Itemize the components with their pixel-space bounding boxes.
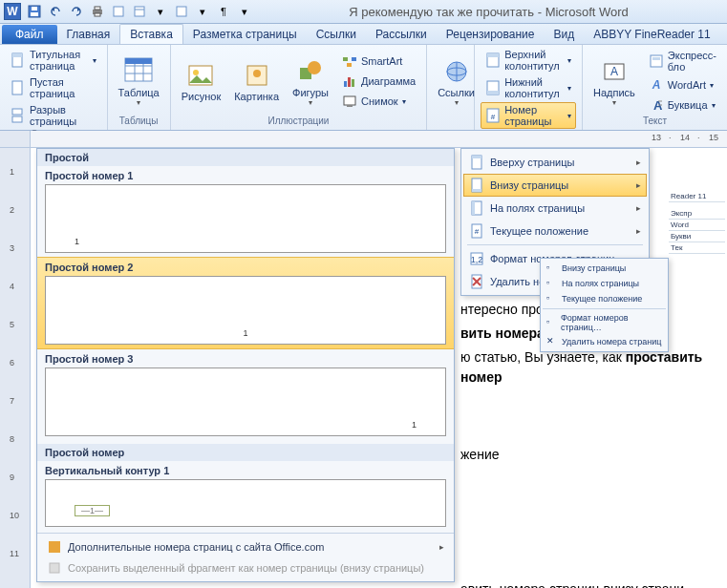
page-icon — [11, 52, 26, 68]
menu-current-position[interactable]: #Текущее положение▸ — [463, 220, 647, 242]
smartart-icon — [342, 53, 357, 69]
tab-insert[interactable]: Вставка — [119, 24, 183, 44]
menu-top-of-page[interactable]: Вверху страницы▸ — [463, 151, 647, 174]
tab-review[interactable]: Рецензирование — [437, 25, 545, 44]
svg-rect-30 — [344, 81, 347, 87]
title-bar: W ▾ ▾ ¶ ▾ Я рекомендую так же прочитать … — [0, 0, 727, 24]
menu-page-margins[interactable]: На полях страницы▸ — [463, 197, 647, 220]
quickparts-icon — [649, 53, 664, 69]
svg-rect-46 — [651, 55, 662, 67]
save-selection-icon — [47, 560, 62, 576]
tab-mailings[interactable]: Рассылки — [366, 25, 437, 44]
clipart-button[interactable]: Картинка — [229, 57, 284, 105]
svg-rect-32 — [352, 79, 354, 87]
title-page-button[interactable]: Титульная страница ▾ — [6, 47, 101, 74]
submenu-item[interactable]: ▫Внизу страницы — [543, 261, 666, 276]
svg-text:1,2: 1,2 — [471, 255, 483, 264]
group-text: AНадпись▾ Экспресс-бло AWordArt ▾ AБукви… — [583, 45, 727, 130]
svg-rect-2 — [32, 7, 37, 10]
picture-button[interactable]: Рисунок — [177, 57, 226, 105]
svg-point-26 — [308, 61, 321, 74]
smartart-button[interactable]: SmartArt — [337, 52, 420, 71]
table-icon — [123, 56, 154, 87]
format-icon: 1,2 — [469, 251, 484, 266]
menu-bottom-of-page[interactable]: Внизу страницы▸ — [463, 174, 647, 197]
group-label: Иллюстрации — [177, 116, 420, 128]
qat-icon[interactable] — [109, 3, 128, 20]
clipart-icon — [242, 60, 272, 91]
gallery-footer: Дополнительные номера страниц с сайта Of… — [37, 533, 454, 581]
page-margin-icon: ▫ — [546, 278, 558, 289]
svg-rect-55 — [472, 156, 481, 158]
save-selection-button: Сохранить выделенный фрагмент как номер … — [43, 558, 448, 578]
qat-icon[interactable] — [172, 3, 191, 20]
link-icon — [441, 56, 472, 87]
svg-rect-7 — [135, 7, 144, 16]
gallery-item[interactable]: Простой номер 3 1 — [37, 349, 454, 440]
print-icon[interactable] — [88, 3, 107, 20]
submenu-item[interactable]: ▫Текущее положение — [543, 291, 666, 306]
blank-page-button[interactable]: Пустая страница — [6, 74, 101, 101]
tab-references[interactable]: Ссылки — [307, 25, 366, 44]
textbox-button[interactable]: AНадпись▾ — [588, 53, 640, 110]
links-button[interactable]: Ссылки▾ — [433, 53, 480, 110]
vertical-ruler: 123 456 789 1011 — [0, 148, 31, 588]
gallery-item[interactable]: Вертикальный контур 1 —1— — [37, 461, 454, 531]
page-number-gallery: Простой Простой номер 1 1 Простой номер … — [36, 148, 455, 582]
page-break-button[interactable]: Разрыв страницы — [6, 102, 101, 129]
submenu-item[interactable]: ▫На полях страницы — [543, 276, 666, 291]
qat-dropdown-icon[interactable]: ▾ — [151, 3, 170, 20]
svg-rect-57 — [472, 189, 481, 192]
page-margin-icon — [469, 200, 484, 216]
dropcap-button[interactable]: AБуквица ▾ — [644, 95, 721, 115]
format-icon: ▫ — [546, 317, 557, 328]
screenshot-button[interactable]: Снимок ▾ — [337, 92, 420, 111]
qat-customize-icon[interactable]: ▾ — [235, 3, 254, 20]
gallery-item[interactable]: Простой номер 1 1 — [37, 166, 454, 257]
quick-access-toolbar: ▾ ▾ ¶ ▾ — [25, 3, 254, 20]
tab-view[interactable]: Вид — [544, 25, 584, 44]
svg-text:A: A — [651, 78, 660, 92]
svg-point-22 — [193, 70, 199, 75]
group-label: Текст — [588, 116, 721, 128]
group-label: Таблицы — [114, 116, 164, 128]
undo-icon[interactable] — [46, 3, 65, 20]
quickparts-button[interactable]: Экспресс-бло — [644, 48, 721, 74]
svg-rect-39 — [487, 53, 499, 57]
svg-rect-5 — [95, 13, 100, 16]
qat-dropdown-icon[interactable]: ▾ — [193, 3, 212, 20]
ruler-corner — [0, 131, 31, 147]
dropcap-icon: A — [649, 97, 664, 113]
footer-button[interactable]: Нижний колонтитул ▾ — [481, 74, 576, 101]
chart-icon — [342, 74, 357, 89]
submenu-item[interactable]: ✕Удалить номера страниц — [543, 334, 666, 349]
header-button[interactable]: Верхний колонтитул ▾ — [481, 47, 576, 74]
redo-icon[interactable] — [67, 3, 86, 20]
wordart-button[interactable]: AWordArt ▾ — [644, 75, 721, 94]
more-from-office-button[interactable]: Дополнительные номера страниц с сайта Of… — [43, 537, 448, 556]
page-bottom-icon — [469, 178, 484, 193]
submenu-item[interactable]: ▫Формат номеров страниц… — [543, 311, 666, 334]
tab-layout[interactable]: Разметка страницы — [183, 25, 307, 44]
file-tab[interactable]: Файл — [2, 25, 57, 44]
svg-rect-14 — [12, 116, 22, 122]
chart-button[interactable]: Диаграмма — [337, 72, 420, 91]
group-links: Ссылки▾ — [427, 45, 475, 130]
table-button[interactable]: Таблица ▾ — [114, 53, 164, 110]
svg-text:A: A — [610, 65, 618, 78]
svg-rect-29 — [347, 63, 352, 67]
save-icon[interactable] — [25, 3, 44, 20]
qat-paragraph-icon[interactable]: ¶ — [214, 3, 233, 20]
tab-home[interactable]: Главная — [57, 25, 120, 44]
svg-rect-13 — [12, 109, 22, 115]
tab-abbyy[interactable]: ABBYY FineReader 11 — [584, 25, 720, 44]
page-number-button[interactable]: #Номер страницы ▾ — [481, 102, 576, 129]
picture-icon — [185, 60, 216, 91]
svg-rect-12 — [12, 81, 22, 94]
svg-rect-28 — [352, 57, 356, 61]
gallery-item[interactable]: Простой номер 2 1 — [37, 257, 454, 349]
group-illustrations: Рисунок Картинка Фигуры▾ SmartArt Диагра… — [171, 45, 427, 130]
shapes-button[interactable]: Фигуры▾ — [288, 53, 333, 110]
qat-icon[interactable] — [130, 3, 149, 20]
svg-rect-52 — [49, 541, 60, 553]
